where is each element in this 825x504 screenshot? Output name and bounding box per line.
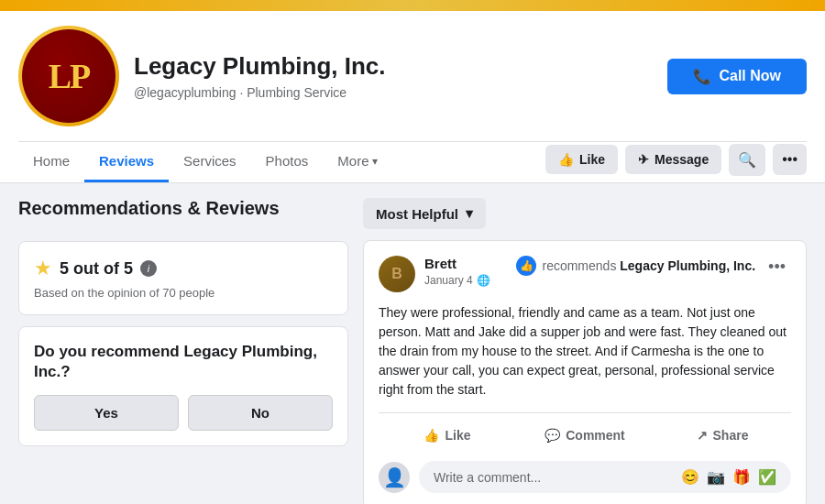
reviewer-initials: B bbox=[391, 266, 402, 282]
phone-icon: 📞 bbox=[693, 68, 711, 85]
recommend-thumb-icon: 👍 bbox=[516, 256, 536, 276]
like-button[interactable]: 👍 Like bbox=[545, 145, 618, 174]
sort-row: Most Helpful ▾ bbox=[363, 198, 807, 229]
tab-home-label: Home bbox=[33, 153, 70, 169]
tab-reviews[interactable]: Reviews bbox=[84, 142, 169, 182]
review-comment-button[interactable]: 💬 Comment bbox=[516, 421, 654, 450]
commenter-avatar: 👤 bbox=[379, 462, 410, 493]
recommends-text: recommends Legacy Plumbing, Inc. bbox=[542, 258, 755, 273]
nav-tabs: Home Reviews Services Photos More ▾ 👍 Li… bbox=[18, 141, 807, 182]
reviewer-date: January 4 🌐 bbox=[424, 274, 516, 287]
rating-score: 5 out of 5 bbox=[60, 259, 133, 279]
review-actions: 👍 Like 💬 Comment ↗ Share bbox=[379, 412, 791, 450]
call-now-button[interactable]: 📞 Call Now bbox=[667, 59, 807, 94]
profile-category: Plumbing Service bbox=[247, 85, 346, 100]
nav-right-actions: 👍 Like ✈ Message 🔍 ••• bbox=[545, 144, 807, 181]
profile-header: LP Legacy Plumbing, Inc. @legacyplumbing… bbox=[0, 11, 825, 183]
rating-based-on: Based on the opinion of 70 people bbox=[34, 286, 333, 300]
profile-info: Legacy Plumbing, Inc. @legacyplumbing · … bbox=[134, 52, 667, 99]
more-options-button[interactable]: ••• bbox=[773, 144, 807, 175]
like-icon: 👍 bbox=[558, 152, 574, 167]
tab-photos-label: Photos bbox=[266, 153, 309, 169]
top-banner bbox=[0, 0, 825, 11]
recommends-badge: 👍 recommends Legacy Plumbing, Inc. bbox=[516, 256, 755, 276]
profile-handle: @legacyplumbing bbox=[134, 85, 236, 100]
tab-photos[interactable]: Photos bbox=[251, 142, 324, 182]
search-icon: 🔍 bbox=[738, 152, 756, 168]
sort-label: Most Helpful bbox=[376, 206, 458, 222]
recommend-card: Do you recommend Legacy Plumbing, Inc.? … bbox=[18, 326, 348, 446]
reviewer-info: Brett January 4 🌐 bbox=[424, 256, 516, 287]
avatar-outer: LP bbox=[18, 26, 119, 126]
review-share-button[interactable]: ↗ Share bbox=[654, 421, 791, 450]
right-panel: Most Helpful ▾ B Brett January 4 🌐 bbox=[363, 198, 807, 504]
sort-dropdown[interactable]: Most Helpful ▾ bbox=[363, 198, 486, 229]
review-share-icon: ↗ bbox=[697, 428, 708, 443]
recommend-question: Do you recommend Legacy Plumbing, Inc.? bbox=[34, 342, 333, 382]
tab-home[interactable]: Home bbox=[18, 142, 84, 182]
rating-card: ★ 5 out of 5 i Based on the opinion of 7… bbox=[18, 241, 348, 315]
profile-top: LP Legacy Plumbing, Inc. @legacyplumbing… bbox=[18, 26, 807, 137]
tab-services[interactable]: Services bbox=[169, 142, 251, 182]
avatar: LP bbox=[49, 56, 90, 96]
rating-row: ★ 5 out of 5 i bbox=[34, 257, 333, 280]
no-button[interactable]: No bbox=[188, 395, 333, 431]
message-button[interactable]: ✈ Message bbox=[625, 145, 721, 174]
check-icon[interactable]: ✅ bbox=[758, 468, 776, 486]
tab-more[interactable]: More ▾ bbox=[323, 142, 392, 182]
camera-icon[interactable]: 📷 bbox=[707, 468, 725, 486]
reviewer-avatar: B bbox=[379, 256, 415, 292]
main-content: Recommendations & Reviews ★ 5 out of 5 i… bbox=[0, 183, 825, 504]
review-more-button[interactable]: ••• bbox=[763, 256, 791, 279]
commenter-avatar-icon: 👤 bbox=[383, 466, 406, 488]
review-comment-label: Comment bbox=[566, 428, 625, 443]
sort-chevron-icon: ▾ bbox=[466, 205, 473, 222]
more-chevron-icon: ▾ bbox=[372, 155, 378, 168]
like-label: Like bbox=[579, 152, 605, 167]
search-button[interactable]: 🔍 bbox=[729, 144, 765, 176]
comment-input-wrap[interactable]: Write a comment... 😊 📷 🎁 ✅ bbox=[419, 461, 791, 493]
ellipsis-icon: ••• bbox=[782, 151, 798, 167]
reviewer-name: Brett bbox=[424, 256, 516, 272]
message-icon: ✈ bbox=[638, 152, 649, 167]
nav-tabs-wrapper: Home Reviews Services Photos More ▾ bbox=[18, 142, 545, 182]
section-title: Recommendations & Reviews bbox=[18, 198, 348, 219]
profile-separator: · bbox=[239, 85, 247, 100]
review-card: B Brett January 4 🌐 👍 recommends Leg bbox=[363, 240, 807, 504]
avatar-inner: LP bbox=[22, 29, 116, 123]
review-text: They were professional, friendly and cam… bbox=[379, 303, 791, 400]
profile-subtitle: @legacyplumbing · Plumbing Service bbox=[134, 85, 667, 100]
avatar-container: LP bbox=[18, 26, 119, 126]
page-title: Legacy Plumbing, Inc. bbox=[134, 52, 667, 81]
review-header: B Brett January 4 🌐 👍 recommends Leg bbox=[379, 256, 791, 292]
message-label: Message bbox=[654, 152, 709, 167]
left-panel: Recommendations & Reviews ★ 5 out of 5 i… bbox=[18, 198, 348, 504]
comment-icons: 😊 📷 🎁 ✅ bbox=[681, 468, 776, 486]
comment-row: 👤 Write a comment... 😊 📷 🎁 ✅ bbox=[379, 461, 791, 493]
call-now-label: Call Now bbox=[719, 68, 781, 84]
yes-button[interactable]: Yes bbox=[34, 395, 179, 431]
emoji-icon[interactable]: 😊 bbox=[681, 468, 699, 486]
tab-reviews-label: Reviews bbox=[99, 153, 154, 169]
review-like-icon: 👍 bbox=[424, 428, 439, 443]
recommended-company: Legacy Plumbing, Inc. bbox=[620, 258, 755, 273]
tab-more-label: More bbox=[337, 153, 368, 169]
gift-icon[interactable]: 🎁 bbox=[732, 468, 751, 486]
comment-placeholder: Write a comment... bbox=[434, 470, 541, 485]
review-share-label: Share bbox=[713, 428, 749, 443]
info-icon[interactable]: i bbox=[140, 260, 157, 277]
recommend-buttons: Yes No bbox=[34, 395, 333, 431]
star-icon: ★ bbox=[34, 257, 52, 280]
profile-actions: 📞 Call Now bbox=[667, 59, 807, 94]
tab-services-label: Services bbox=[183, 153, 236, 169]
review-like-label: Like bbox=[445, 428, 470, 443]
review-like-button[interactable]: 👍 Like bbox=[379, 421, 516, 450]
review-comment-icon: 💬 bbox=[544, 428, 560, 443]
globe-icon: 🌐 bbox=[477, 274, 490, 287]
review-more-icon: ••• bbox=[768, 257, 786, 276]
